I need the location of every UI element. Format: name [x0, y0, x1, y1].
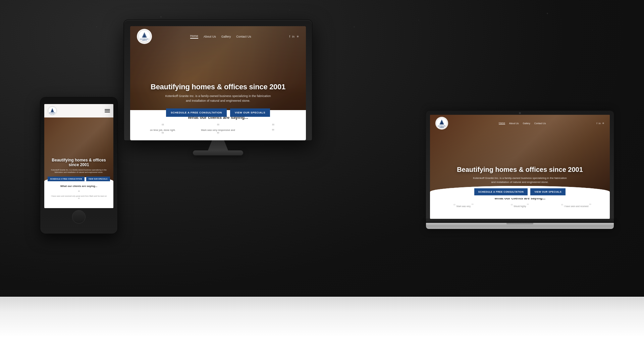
tablet-quote-1: ❝ I have seen and received only great wo… — [49, 190, 108, 202]
laptop-device: KOTENKOFF GRANITE Home About Us Gallery … — [426, 111, 614, 229]
monitor-logo-inner: KOTENKOFF GRANITE — [139, 30, 150, 43]
monitor-logo-svg: KOTENKOFF GRANITE — [139, 30, 150, 42]
tablet-screen: KOTENKOFF GRANITE Beautifying homes & of… — [44, 104, 113, 208]
laptop-schedule-btn[interactable]: SCHEDULE A FREE CONSULTATION — [474, 188, 528, 195]
tablet-hero-content: Beautifying homes & offices since 2001 K… — [44, 158, 113, 181]
monitor-screen: KOTENKOFF GRANITE Home About Us Gallery … — [130, 26, 306, 140]
laptop-quote-3-text: I have seen and received — [564, 205, 589, 207]
monitor-stand — [124, 140, 312, 155]
laptop-quote-2-close: ❞ — [527, 203, 529, 208]
monitor-hero-subtitle: Kotenkoff Granite Inc. is a family-owned… — [164, 94, 272, 103]
tablet-testimonials-list: ❝ I have seen and received only great wo… — [48, 190, 110, 202]
laptop-quote-1-open: ❝ — [453, 203, 456, 208]
monitor-linkedin-icon[interactable]: in — [292, 35, 294, 38]
monitor-quote-1-close: ❞ — [139, 132, 187, 137]
monitor-social-icons: f in ✳ — [289, 35, 299, 38]
laptop-base — [426, 223, 614, 229]
laptop-quote-2-open: ❝ — [511, 203, 513, 208]
laptop-testimonial-2: ❝ Would highly ❞ — [493, 203, 547, 208]
tablet-home-button[interactable] — [72, 210, 86, 224]
monitor-nav-gallery[interactable]: Gallery — [221, 35, 231, 38]
laptop-testimonial-1: ❝ Mark was very ❞ — [437, 203, 490, 208]
tablet-menu-line-1 — [105, 109, 110, 110]
laptop-bottom-bezel — [426, 219, 614, 223]
laptop-specials-btn[interactable]: VIEW OUR SPECIALS — [530, 188, 566, 195]
monitor-outer: KOTENKOFF GRANITE Home About Us Gallery … — [124, 20, 312, 140]
monitor-testimonial-2: ❝ Mark was very responsive and ❞ — [192, 123, 244, 137]
laptop-quote-1-text: Mark was very — [457, 205, 471, 207]
laptop-linkedin-icon[interactable]: in — [599, 122, 601, 125]
tablet-menu-line-2 — [105, 110, 110, 111]
desktop-monitor: KOTENKOFF GRANITE Home About Us Gallery … — [124, 20, 312, 155]
tablet-specials-btn[interactable]: VIEW OUR SPECIALS — [86, 177, 110, 181]
monitor-nav-links: Home About Us Gallery Contact Us — [190, 34, 251, 39]
tablet-testimonials-section: What our clients are saying... ❝ I have … — [44, 181, 113, 208]
laptop-logo-svg: KOTENKOFF GRANITE — [436, 118, 447, 129]
monitor-screen-wrap: KOTENKOFF GRANITE Home About Us Gallery … — [130, 26, 306, 140]
laptop-screen-wrap: KOTENKOFF GRANITE Home About Us Gallery … — [426, 111, 614, 219]
tablet-hero-subtitle: Kotenkoff Granite Inc. is a family-owned… — [48, 169, 110, 174]
laptop-quote-3-close: ❞ — [589, 203, 592, 208]
monitor-hero-content: Beautifying homes & offices since 2001 K… — [130, 83, 306, 117]
monitor-testimonial-3: ❝ ❞ — [247, 123, 299, 137]
laptop-social-icons: f in ✳ — [597, 122, 604, 125]
svg-text:GRANITE: GRANITE — [439, 127, 444, 128]
monitor-testimonial-1: ❝ on time job, done right. ❞ — [137, 123, 189, 137]
devices-container: KOTENKOFF GRANITE Home About Us Gallery … — [0, 0, 644, 337]
tablet-hero-buttons: SCHEDULE A FREE CONSULTATION VIEW OUR SP… — [48, 177, 110, 181]
laptop-facebook-icon[interactable]: f — [597, 122, 597, 125]
laptop-yelp-icon[interactable]: ✳ — [602, 122, 604, 125]
monitor-neck — [208, 140, 228, 150]
monitor-quote-3-close: ❞ — [249, 129, 298, 134]
monitor-quote-3-open: ❝ — [249, 123, 298, 129]
monitor-specials-btn[interactable]: VIEW OUR SPECIALS — [230, 108, 270, 117]
laptop-hero-subtitle: Kotenkoff Granite Inc. is a family-owned… — [473, 176, 567, 184]
laptop-hero-title: Beautifying homes & offices since 2001 — [440, 166, 600, 174]
tablet-logo: KOTENKOFF GRANITE — [48, 106, 57, 115]
laptop-quote-1-close: ❞ — [471, 203, 474, 208]
monitor-nav-about[interactable]: About Us — [204, 35, 216, 38]
monitor-nav: KOTENKOFF GRANITE Home About Us Gallery … — [130, 26, 306, 47]
tablet-logo-svg: KOTENKOFF GRANITE — [48, 107, 56, 115]
tablet-nav: KOTENKOFF GRANITE — [44, 104, 113, 117]
tablet-device: KOTENKOFF GRANITE Beautifying homes & of… — [40, 97, 117, 234]
laptop-nav-gallery[interactable]: Gallery — [523, 122, 530, 125]
tablet-schedule-btn[interactable]: SCHEDULE A FREE CONSULTATION — [48, 177, 84, 181]
monitor-quote-1-open: ❝ — [139, 123, 187, 129]
laptop-nav-links: Home About Us Gallery Contact Us — [499, 122, 546, 125]
monitor-yelp-icon[interactable]: ✳ — [297, 35, 299, 38]
laptop-nav-contact[interactable]: Contact Us — [534, 122, 546, 125]
tablet-quotes-row: ❝ I have seen and received only great wo… — [48, 190, 110, 202]
monitor-nav-contact[interactable]: Contact Us — [236, 35, 251, 38]
tablet-outer: KOTENKOFF GRANITE Beautifying homes & of… — [40, 97, 117, 234]
tablet-hero-title: Beautifying homes & offices since 2001 — [48, 158, 110, 167]
laptop-testimonial-3: ❝ I have seen and received ❞ — [549, 203, 603, 208]
monitor-base — [193, 150, 243, 155]
laptop-nav-home[interactable]: Home — [499, 122, 505, 125]
svg-text:GRANITE: GRANITE — [50, 114, 54, 115]
monitor-quote-2-open: ❝ — [194, 123, 243, 129]
laptop-testimonials-section: What our clients are saying... ❝ Mark wa… — [430, 192, 610, 219]
laptop-nav-about[interactable]: About Us — [509, 122, 519, 125]
monitor-hero-title: Beautifying homes & offices since 2001 — [137, 83, 299, 91]
monitor-nav-home[interactable]: Home — [190, 34, 198, 39]
tablet-quote-close-1: ❞ — [78, 197, 80, 202]
svg-text:GRANITE: GRANITE — [142, 40, 147, 41]
monitor-quote-2-close: ❞ — [194, 132, 243, 137]
monitor-hero-buttons: SCHEDULE A FREE CONSULTATION VIEW OUR SP… — [137, 108, 299, 117]
laptop-hero-content: Beautifying homes & offices since 2001 K… — [430, 166, 610, 195]
laptop-nav: KOTENKOFF GRANITE Home About Us Gallery … — [430, 115, 610, 132]
laptop-quote-2-text: Would highly — [514, 205, 526, 207]
monitor-testimonials-list: ❝ on time job, done right. ❞ ❝ Mark was … — [137, 123, 299, 137]
laptop-hero-buttons: SCHEDULE A FREE CONSULTATION VIEW OUR SP… — [440, 188, 600, 195]
tablet-menu-line-3 — [105, 112, 110, 112]
tablet-quote-open-1: ❝ — [78, 190, 80, 194]
monitor-logo: KOTENKOFF GRANITE — [137, 29, 152, 44]
laptop-quote-3-open: ❝ — [561, 203, 564, 208]
monitor-facebook-icon[interactable]: f — [289, 35, 290, 38]
laptop-testimonials-list: ❝ Mark was very ❞ ❝ Would highly ❞ ❝ I h… — [437, 203, 603, 208]
laptop-logo: KOTENKOFF GRANITE — [435, 117, 448, 130]
laptop-screen: KOTENKOFF GRANITE Home About Us Gallery … — [430, 115, 610, 219]
monitor-schedule-btn[interactable]: SCHEDULE A FREE CONSULTATION — [166, 108, 227, 117]
tablet-hamburger-icon[interactable] — [105, 109, 110, 112]
